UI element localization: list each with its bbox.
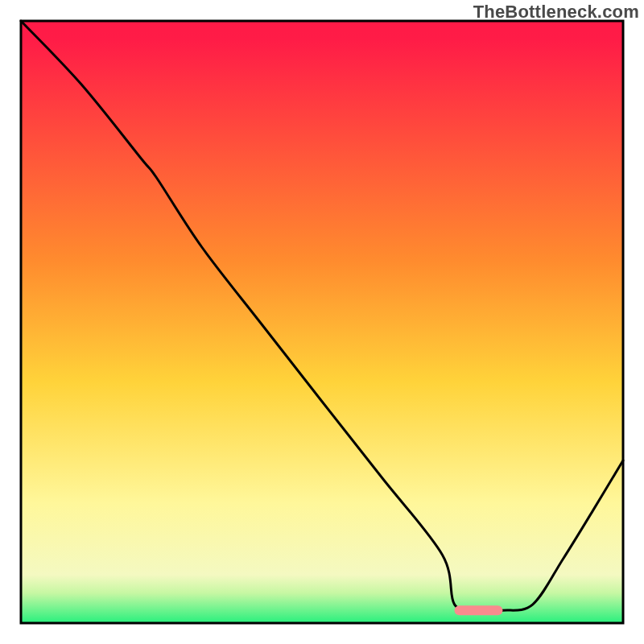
- watermark-text: TheBottleneck.com: [473, 2, 639, 23]
- chart-stage: TheBottleneck.com: [0, 0, 644, 644]
- plot-background: [21, 21, 623, 623]
- chart-svg: [0, 0, 644, 644]
- optimum-marker: [455, 605, 503, 615]
